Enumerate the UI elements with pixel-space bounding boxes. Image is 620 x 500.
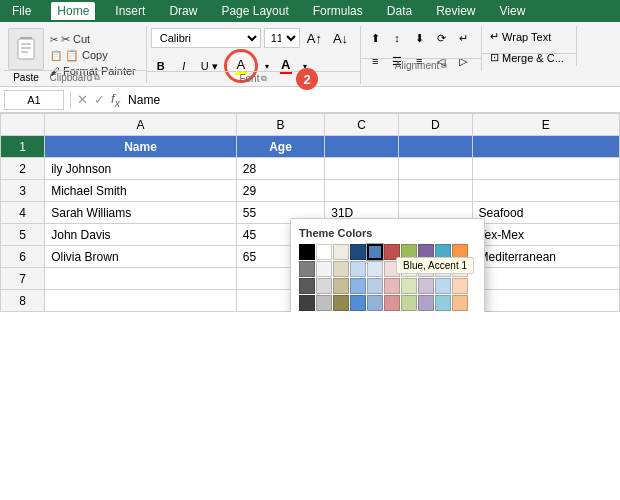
row-header-4[interactable]: 4 <box>1 202 45 224</box>
theme-color-cell[interactable] <box>367 295 383 311</box>
cell-C1[interactable] <box>325 136 399 158</box>
row-header-2[interactable]: 2 <box>1 158 45 180</box>
formula-input[interactable] <box>124 90 616 110</box>
theme-color-cell[interactable] <box>333 295 349 311</box>
theme-color-cell[interactable] <box>316 278 332 294</box>
theme-color-cell[interactable] <box>418 295 434 311</box>
cell-A4[interactable]: Sarah Williams <box>45 202 237 224</box>
wrap-text-button[interactable]: ↵ Wrap Text <box>486 28 568 45</box>
theme-color-cell[interactable] <box>333 278 349 294</box>
theme-color-cell[interactable] <box>350 278 366 294</box>
row-header-8[interactable]: 8 <box>1 290 45 312</box>
cell-D1[interactable] <box>398 136 472 158</box>
menu-draw[interactable]: Draw <box>165 2 201 20</box>
menu-view[interactable]: View <box>496 2 530 20</box>
col-header-B[interactable]: B <box>236 114 324 136</box>
menu-formulas[interactable]: Formulas <box>309 2 367 20</box>
font-size-select[interactable]: 11 <box>264 28 300 48</box>
menu-home[interactable]: Home <box>51 2 95 20</box>
row-header-3[interactable]: 3 <box>1 180 45 202</box>
theme-color-cell[interactable] <box>299 278 315 294</box>
menu-review[interactable]: Review <box>432 2 479 20</box>
confirm-formula-icon[interactable]: ✓ <box>94 92 105 107</box>
clipboard-dialog-icon[interactable]: ⧉ <box>94 73 100 83</box>
theme-color-cell[interactable] <box>401 278 417 294</box>
cell-D3[interactable] <box>398 180 472 202</box>
cell-C3[interactable] <box>325 180 399 202</box>
cell-A7[interactable] <box>45 268 237 290</box>
font-name-select[interactable]: Calibri <box>151 28 261 48</box>
align-middle-btn[interactable]: ↕ <box>387 28 407 48</box>
theme-color-cell[interactable] <box>350 295 366 311</box>
cell-B3[interactable]: 29 <box>236 180 324 202</box>
theme-color-cell[interactable] <box>333 244 349 260</box>
cell-E5[interactable]: Tex-Mex <box>472 224 619 246</box>
alignment-dialog-icon[interactable]: ⧉ <box>441 61 447 71</box>
theme-color-cell[interactable] <box>299 295 315 311</box>
decrease-font-btn[interactable]: A↓ <box>329 28 352 48</box>
theme-color-cell[interactable] <box>384 295 400 311</box>
cell-A6[interactable]: Olivia Brown <box>45 246 237 268</box>
theme-color-cell[interactable] <box>435 295 451 311</box>
cell-E8[interactable] <box>472 290 619 312</box>
cell-A1[interactable]: Name <box>45 136 237 158</box>
cell-A2[interactable]: ily Johnson <box>45 158 237 180</box>
cell-E3[interactable] <box>472 180 619 202</box>
cell-E4[interactable]: Seafood <box>472 202 619 224</box>
menu-insert[interactable]: Insert <box>111 2 149 20</box>
alignment-group: ⬆ ↕ ⬇ ⟳ ↵ ≡ ☰ ≡ ◁ ▷ Alignment ⧉ <box>361 26 482 71</box>
cell-E2[interactable] <box>472 158 619 180</box>
paste-button[interactable] <box>8 28 44 70</box>
theme-color-cell[interactable] <box>350 244 366 260</box>
menu-file[interactable]: File <box>8 2 35 20</box>
theme-color-cell[interactable] <box>316 295 332 311</box>
cell-E7[interactable] <box>472 268 619 290</box>
increase-font-btn[interactable]: A↑ <box>303 28 326 48</box>
row-header-6[interactable]: 6 <box>1 246 45 268</box>
theme-color-cell[interactable] <box>367 278 383 294</box>
col-header-A[interactable]: A <box>45 114 237 136</box>
theme-color-cell[interactable] <box>452 278 468 294</box>
theme-color-cell[interactable] <box>367 261 383 277</box>
cell-D2[interactable] <box>398 158 472 180</box>
copy-button[interactable]: 📋 📋 Copy <box>48 48 138 63</box>
cell-reference-input[interactable] <box>4 90 64 110</box>
menu-data[interactable]: Data <box>383 2 416 20</box>
cell-A8[interactable] <box>45 290 237 312</box>
row-header-1[interactable]: 1 <box>1 136 45 158</box>
theme-color-cell[interactable] <box>367 244 383 260</box>
theme-color-cell[interactable] <box>299 244 315 260</box>
align-top-btn[interactable]: ⬆ <box>365 28 385 48</box>
insert-function-icon[interactable]: fx <box>111 91 120 109</box>
cell-B2[interactable]: 28 <box>236 158 324 180</box>
theme-color-cell[interactable] <box>333 261 349 277</box>
font-dialog-icon[interactable]: ⧉ <box>261 74 267 84</box>
cancel-formula-icon[interactable]: ✕ <box>77 92 88 107</box>
cut-button[interactable]: ✂ ✂ Cut <box>48 32 138 47</box>
orient-btn[interactable]: ⟳ <box>431 28 451 48</box>
menu-page-layout[interactable]: Page Layout <box>217 2 292 20</box>
spreadsheet: A B C D E 1 Name Age 2 ily Johnson 28 <box>0 113 620 312</box>
row-header-5[interactable]: 5 <box>1 224 45 246</box>
theme-color-cell[interactable] <box>435 278 451 294</box>
cell-B1[interactable]: Age <box>236 136 324 158</box>
cell-C2[interactable] <box>325 158 399 180</box>
theme-color-cell[interactable] <box>299 261 315 277</box>
col-header-D[interactable]: D <box>398 114 472 136</box>
theme-color-cell[interactable] <box>350 261 366 277</box>
theme-color-cell[interactable] <box>384 278 400 294</box>
align-bottom-btn[interactable]: ⬇ <box>409 28 429 48</box>
row-header-7[interactable]: 7 <box>1 268 45 290</box>
cell-A3[interactable]: Michael Smith <box>45 180 237 202</box>
indent-btn[interactable]: ↵ <box>453 28 473 48</box>
theme-color-cell[interactable] <box>316 261 332 277</box>
theme-color-cell[interactable] <box>418 278 434 294</box>
col-header-C[interactable]: C <box>325 114 399 136</box>
col-header-E[interactable]: E <box>472 114 619 136</box>
theme-color-cell[interactable] <box>316 244 332 260</box>
theme-color-cell[interactable] <box>401 295 417 311</box>
theme-color-cell[interactable] <box>452 295 468 311</box>
cell-A5[interactable]: John Davis <box>45 224 237 246</box>
cell-E6[interactable]: Mediterranean <box>472 246 619 268</box>
cell-E1[interactable] <box>472 136 619 158</box>
